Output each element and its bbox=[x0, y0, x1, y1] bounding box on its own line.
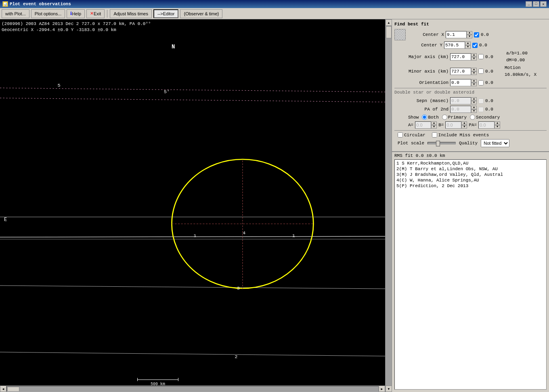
circular-label[interactable]: Circular bbox=[398, 132, 425, 138]
adjust-miss-button[interactable]: Adjust Miss times bbox=[110, 9, 152, 18]
with-plot-button[interactable]: with Plot... bbox=[2, 9, 29, 18]
sepn-down: ▼ bbox=[471, 101, 477, 104]
close-button[interactable]: ✕ bbox=[540, 1, 547, 7]
scale-tick-right bbox=[178, 378, 178, 381]
pa-spin-btns: ▲ ▼ bbox=[495, 121, 500, 129]
plot-scale-label: Plot scale bbox=[398, 141, 424, 146]
help-button[interactable]: ℹ Help bbox=[67, 9, 85, 18]
scroll-down-button[interactable]: ▼ bbox=[386, 386, 392, 392]
sepn-spin-btns: ▲ ▼ bbox=[471, 97, 477, 104]
show-secondary-label[interactable]: Secondary bbox=[470, 115, 500, 120]
vertical-scrollbar[interactable]: ▲ ▼ bbox=[385, 19, 392, 392]
center-x-checkbox[interactable] bbox=[474, 32, 479, 38]
b-up: ▲ bbox=[461, 121, 467, 125]
show-secondary-radio[interactable] bbox=[470, 115, 475, 120]
hscroll-thumb[interactable] bbox=[7, 387, 19, 392]
vscroll-thumb[interactable] bbox=[386, 26, 392, 38]
obs-list-item[interactable]: 2(M) T Barry et al,Linden Obs, NSW, AU bbox=[396, 166, 545, 172]
orientation-spinbox: ▲ ▼ bbox=[450, 79, 477, 86]
center-x-up[interactable]: ▲ bbox=[467, 31, 472, 35]
separator bbox=[107, 10, 107, 18]
pa2nd-spin-btns: ▲ ▼ bbox=[471, 106, 477, 113]
hscroll-track[interactable] bbox=[6, 386, 379, 392]
show-primary-radio[interactable] bbox=[442, 115, 447, 120]
separator1 bbox=[394, 88, 547, 88]
slider-thumb[interactable] bbox=[436, 141, 440, 146]
major-axis-input[interactable] bbox=[450, 53, 471, 60]
plot-scale-slider[interactable] bbox=[427, 142, 456, 144]
exit-button[interactable]: ✕ Exit bbox=[86, 9, 105, 18]
editor-button[interactable]: -->Editor bbox=[153, 9, 179, 18]
center-x-input[interactable] bbox=[446, 31, 467, 38]
observer-time-button[interactable]: {Observer & time} bbox=[180, 9, 222, 18]
include-miss-checkbox[interactable] bbox=[432, 132, 437, 138]
plot-options-button[interactable]: Plot options... bbox=[31, 9, 65, 18]
center-x-down[interactable]: ▼ bbox=[467, 35, 472, 38]
svg-text:2: 2 bbox=[235, 354, 237, 359]
a-down: ▼ bbox=[431, 125, 437, 129]
toolbar: with Plot... Plot options... ℹ Help ✕ Ex… bbox=[0, 8, 549, 19]
orientation-up[interactable]: ▲ bbox=[471, 79, 477, 83]
minor-axis-label: Minor axis (km) bbox=[408, 69, 448, 74]
show-both-label[interactable]: Both bbox=[422, 115, 438, 120]
observations-list[interactable]: 1 S Kerr,Rockhampton,QLD,AU2(M) T Barry … bbox=[394, 159, 547, 390]
double-star-row: Double star or double asteroid bbox=[394, 90, 547, 96]
rms-label: RMS fit 0.0 ±0.0 km bbox=[392, 152, 549, 159]
show-radio-group: Show Both Primary Secondary bbox=[408, 115, 547, 120]
sepn-checkbox[interactable] bbox=[478, 98, 484, 104]
east-label: E bbox=[4, 217, 7, 223]
circular-checkbox[interactable] bbox=[398, 132, 403, 138]
scroll-up-button[interactable]: ▲ bbox=[386, 19, 392, 26]
major-axis-down[interactable]: ▼ bbox=[471, 57, 477, 60]
major-axis-checkbox[interactable] bbox=[478, 54, 484, 59]
center-x-spin-btns: ▲ ▼ bbox=[467, 31, 472, 38]
minor-axis-input[interactable] bbox=[450, 68, 471, 75]
pa2nd-checkbox[interactable] bbox=[478, 107, 484, 112]
obs-list-item[interactable]: 4(C) W, Hanna, Alice Springs,AU bbox=[396, 177, 545, 183]
minor-axis-checkbox[interactable] bbox=[478, 69, 484, 74]
show-both-radio[interactable] bbox=[422, 115, 427, 120]
bottom-scrollbar[interactable]: ◀ ▶ bbox=[0, 386, 385, 392]
pa-input[interactable] bbox=[478, 121, 495, 129]
right-panel: Find best fit Center X ▲ ▼ 0.0 Center Y bbox=[392, 19, 549, 392]
center-y-input[interactable] bbox=[444, 42, 465, 49]
pa-label: PA= bbox=[469, 123, 477, 127]
scroll-right-button[interactable]: ▶ bbox=[379, 386, 385, 392]
include-miss-label[interactable]: Include Miss events bbox=[432, 132, 489, 138]
plot-area[interactable]: 1 4 1 3 2 5' 5 (208996) 2003 AZ84 2013 D… bbox=[0, 19, 385, 392]
center-y-val: 0.0 bbox=[479, 43, 495, 48]
a-input[interactable] bbox=[415, 121, 431, 129]
obs-list-item[interactable]: 3(M) J Bradshaw,ord Valley, Qld, Austral bbox=[396, 172, 545, 177]
sepn-input[interactable] bbox=[450, 97, 471, 104]
maximize-button[interactable]: □ bbox=[533, 1, 539, 7]
orientation-down[interactable]: ▼ bbox=[471, 83, 477, 86]
b-spinbox: ▲ ▼ bbox=[445, 121, 467, 129]
center-y-spinbox: ▲ ▼ bbox=[444, 42, 471, 49]
vscroll-track[interactable] bbox=[386, 26, 392, 386]
svg-text:3: 3 bbox=[237, 286, 240, 290]
major-axis-row: Major axis (km) ▲ ▼ 0.0 a/b=1.00 dM=0.00 bbox=[408, 50, 547, 63]
major-axis-up[interactable]: ▲ bbox=[471, 53, 477, 57]
separator2 bbox=[394, 130, 547, 131]
b-input[interactable] bbox=[445, 121, 461, 129]
center-y-checkbox[interactable] bbox=[472, 43, 478, 48]
minimize-button[interactable]: _ bbox=[526, 1, 532, 7]
orientation-row: Orientation ▲ ▼ 0.0 bbox=[408, 79, 547, 86]
minor-axis-down[interactable]: ▼ bbox=[471, 71, 477, 75]
pa2nd-input[interactable] bbox=[450, 106, 471, 113]
orientation-checkbox[interactable] bbox=[478, 80, 484, 85]
svg-text:1: 1 bbox=[193, 233, 196, 238]
minor-axis-up[interactable]: ▲ bbox=[471, 68, 477, 71]
center-y-down[interactable]: ▼ bbox=[465, 45, 471, 49]
check-row: Circular Include Miss events bbox=[398, 132, 547, 138]
center-y-up[interactable]: ▲ bbox=[465, 42, 471, 45]
quality-select[interactable]: Not fitted Poor Good Excellent bbox=[481, 139, 509, 147]
orientation-input[interactable] bbox=[450, 79, 471, 86]
obs-list-item[interactable]: 5(P) Prediction, 2 Dec 2013 bbox=[396, 183, 545, 189]
obs-list-item[interactable]: 1 S Kerr,Rockhampton,QLD,AU bbox=[396, 161, 545, 166]
exit-icon: ✕ bbox=[90, 11, 94, 16]
scroll-left-button[interactable]: ◀ bbox=[0, 386, 6, 392]
show-primary-label[interactable]: Primary bbox=[442, 115, 467, 120]
plot-info: (208996) 2003 AZ84 2013 Dec 2 727.0 x 72… bbox=[2, 21, 151, 33]
major-axis-spinbox: ▲ ▼ bbox=[450, 53, 477, 60]
